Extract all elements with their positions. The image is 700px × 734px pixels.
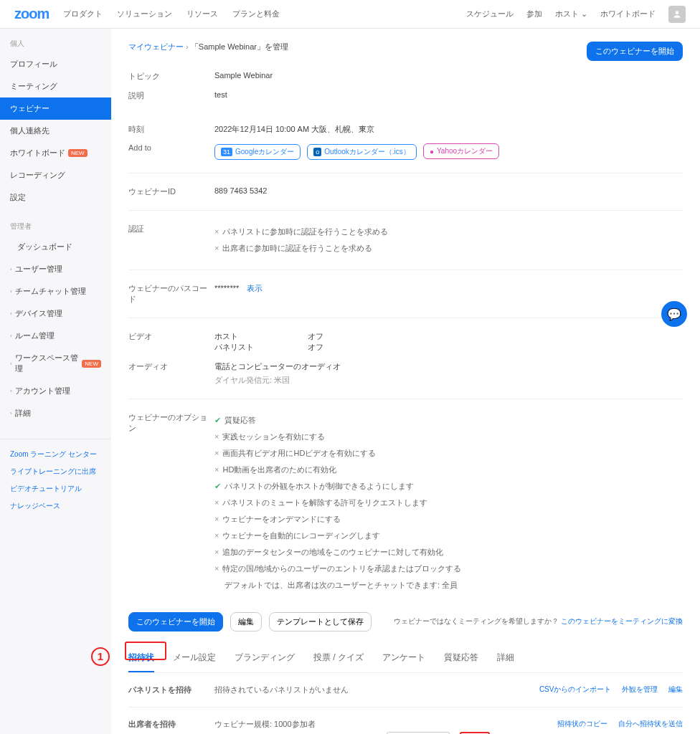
nav-whiteboard[interactable]: ホワイトボード — [600, 9, 656, 19]
x-icon: × — [214, 498, 219, 507]
sidebar-account[interactable]: ›アカウント管理 — [0, 380, 111, 402]
chevron-right-icon: › — [10, 388, 12, 394]
nav-resource[interactable]: リソース — [186, 9, 218, 19]
sidebar-device[interactable]: ›デバイス管理 — [0, 302, 111, 325]
check-icon: ✔ — [214, 416, 221, 424]
yahoo-calendar-button[interactable]: ●Yahooカレンダー — [423, 143, 499, 159]
tab-qa[interactable]: 質疑応答 — [444, 644, 478, 672]
nav-product[interactable]: プロダクト — [63, 9, 103, 19]
chevron-right-icon: › — [10, 410, 12, 416]
sidebar-recording[interactable]: レコーディング — [0, 164, 111, 186]
tab-branding[interactable]: ブランディング — [235, 644, 295, 672]
sidebar-profile[interactable]: プロフィール — [0, 53, 111, 75]
invite-attendee-label: 出席者を招待 — [128, 719, 214, 735]
sidebar-teamchat[interactable]: ›チームチャット管理 — [0, 280, 111, 302]
copy-invite-link[interactable]: 招待状のコピー — [557, 720, 607, 728]
opt-practice: ×実践セッションを有効にする — [214, 429, 683, 445]
link-livetraining[interactable]: ライブトレーニングに出席 — [10, 467, 101, 477]
label-time: 時刻 — [128, 124, 214, 135]
auth-panelist: ×パネリストに参加時に認証を行うことを求める — [214, 224, 683, 240]
show-passcode-link[interactable]: 表示 — [247, 284, 262, 292]
webinar-scale: ウェビナー規模: 1000参加者 — [214, 719, 549, 730]
nav-solution[interactable]: ソリューション — [117, 9, 172, 19]
convert-link[interactable]: このウェビナーをミーティングに変換 — [561, 617, 683, 625]
value-passcode: ******** — [214, 284, 239, 292]
breadcrumb-root[interactable]: マイウェビナー — [128, 42, 184, 51]
check-icon: ✔ — [214, 482, 221, 490]
x-icon: × — [214, 244, 219, 252]
video-host-label: ホスト — [214, 331, 308, 342]
opt-datacenter: ×追加のデータセンターの地域をこのウェビナーに対して有効化 — [214, 544, 683, 561]
sidebar-section-admin: 管理者 — [0, 217, 111, 236]
x-icon: × — [214, 564, 219, 573]
label-video: ビデオ — [128, 331, 214, 353]
new-badge: NEW — [82, 360, 101, 368]
outlook-calendar-button[interactable]: oOutlookカレンダー（.ics） — [307, 144, 416, 160]
opt-block: ×特定の国/地域からのユーザーのエントリを承認またはブロックする — [214, 561, 683, 577]
manage-appearance-link[interactable]: 外観を管理 — [622, 685, 658, 693]
value-webinar-id: 889 7463 5342 — [214, 186, 683, 197]
yahoo-icon: ● — [430, 148, 434, 156]
self-send-link[interactable]: 自分へ招待状を送信 — [618, 720, 683, 728]
sidebar-usermgmt[interactable]: ›ユーザー管理 — [0, 258, 111, 280]
svg-point-0 — [676, 11, 679, 14]
tab-detail[interactable]: 詳細 — [497, 644, 514, 672]
label-passcode: ウェビナーのパスコード — [128, 283, 214, 305]
opt-mute: ×パネリストのミュートを解除する許可をリクエストします — [214, 495, 683, 511]
auth-attendee: ×出席者に参加時に認証を行うことを求める — [214, 240, 683, 257]
sidebar-webinar[interactable]: ウェビナー — [0, 97, 111, 120]
tab-survey[interactable]: アンケート — [382, 644, 425, 672]
nav-join[interactable]: 参加 — [526, 9, 542, 19]
label-addto: Add to — [128, 143, 214, 160]
edit-button[interactable]: 編集 — [230, 612, 262, 631]
google-calendar-icon: 31 — [221, 148, 232, 156]
convert-question: ウェビナーではなくミーティングを希望しますか？ — [394, 617, 559, 625]
copy-tooltip: リンクをコピー — [387, 732, 450, 735]
label-auth: 認証 — [128, 224, 214, 257]
sidebar-section-personal: 個人 — [0, 34, 111, 53]
sidebar-contacts[interactable]: 個人連絡先 — [0, 120, 111, 142]
value-topic: Sample Webinar — [214, 71, 683, 82]
csv-import-link[interactable]: CSVからのインポート — [539, 685, 612, 693]
x-icon: × — [214, 432, 219, 441]
link-kb[interactable]: ナレッジベース — [10, 501, 101, 511]
sidebar: 個人 プロフィール ミーティング ウェビナー 個人連絡先 ホワイトボードNEW … — [0, 29, 111, 734]
label-topic: トピック — [128, 71, 214, 82]
sidebar-room[interactable]: ›ルーム管理 — [0, 325, 111, 347]
start-webinar-button-top[interactable]: このウェビナーを開始 — [587, 42, 683, 61]
invite-panelist-none: 招待されているパネリストがいません — [214, 685, 531, 695]
edit-panelist-link[interactable]: 編集 — [668, 685, 683, 693]
nav-schedule[interactable]: スケジュール — [466, 9, 514, 19]
annotation-box-2 — [460, 732, 490, 735]
tab-mail[interactable]: メール設定 — [173, 644, 216, 672]
link-learning[interactable]: Zoom ラーニング センター — [10, 449, 101, 459]
x-icon: × — [214, 449, 219, 457]
google-calendar-button[interactable]: 31Googleカレンダー — [214, 144, 301, 160]
sidebar-whiteboard[interactable]: ホワイトボードNEW — [0, 142, 111, 164]
avatar[interactable] — [668, 6, 686, 23]
video-panelist-label: パネリスト — [214, 342, 308, 353]
value-time: 2022年12月14日 10:00 AM 大阪、札幌、東京 — [214, 124, 683, 135]
label-audio: オーディオ — [128, 361, 214, 386]
chat-fab[interactable]: 💬 — [661, 301, 687, 327]
sidebar-settings[interactable]: 設定 — [0, 186, 111, 209]
sidebar-meeting[interactable]: ミーティング — [0, 75, 111, 97]
new-badge: NEW — [68, 149, 88, 157]
breadcrumb-current: 「Sample Webinar」を管理 — [191, 42, 288, 51]
sidebar-workspace[interactable]: ›ワークスペース管理NEW — [0, 347, 111, 380]
sidebar-dashboard[interactable]: ダッシュボード — [0, 236, 111, 258]
chevron-right-icon: › — [10, 361, 12, 367]
zoom-logo[interactable]: zoom — [14, 6, 49, 22]
start-webinar-button[interactable]: このウェビナーを開始 — [128, 612, 223, 631]
label-webinar-id: ウェビナーID — [128, 186, 214, 197]
x-icon: × — [214, 531, 219, 540]
nav-host[interactable]: ホスト ⌄ — [555, 9, 587, 19]
nav-plan[interactable]: プランと料金 — [232, 9, 280, 19]
value-audio: 電話とコンピューターのオーディオ — [214, 361, 683, 372]
x-icon: × — [214, 465, 219, 474]
tab-poll[interactable]: 投票 / クイズ — [313, 644, 364, 672]
x-icon: × — [214, 515, 219, 523]
link-videotut[interactable]: ビデオチュートリアル — [10, 484, 101, 494]
sidebar-detail[interactable]: ›詳細 — [0, 402, 111, 424]
save-template-button[interactable]: テンプレートとして保存 — [269, 612, 372, 631]
